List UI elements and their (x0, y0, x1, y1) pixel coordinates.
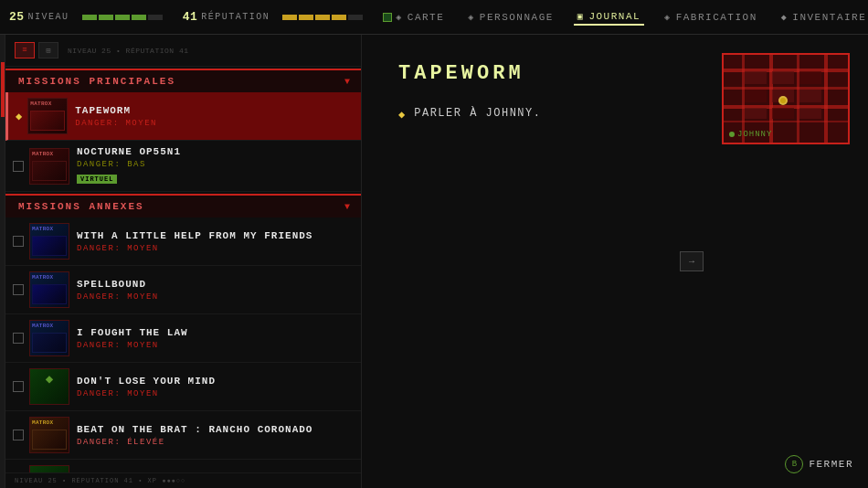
fabrication-icon: ◈ (664, 12, 672, 23)
scroll-thumb (1, 62, 5, 117)
svg-rect-9 (745, 71, 767, 84)
center-action-button[interactable]: → (680, 251, 704, 271)
mission-danger-spellbound: DANGER: MOYEN (77, 292, 354, 302)
mission-brat-glen[interactable]: ◆ BEAT ON THE BRAT : LE GLEN (5, 460, 361, 472)
svg-rect-12 (745, 90, 767, 102)
rep-label: RÉPUTATION (201, 12, 270, 22)
mission-info-nocturne: NOCTURNE OP55N1 DANGER: BAS VIRTUEL (77, 146, 354, 186)
mission-danger-nocturne: DANGER: BAS (77, 160, 354, 169)
mission-nocturne[interactable]: MATROX NOCTURNE OP55N1 DANGER: BAS VIRTU… (5, 141, 361, 192)
nav-fabrication-label: FABRICATION (676, 12, 757, 23)
thumb-logo-law: MATROX (30, 321, 69, 331)
sidebar-view-btn-1[interactable]: ≡ (15, 42, 35, 58)
thumb-brat-rancho: MATROX (29, 417, 69, 453)
mission-spellbound[interactable]: MATROX SPELLBOUND DANGER: MOYEN (5, 266, 361, 314)
rep-bars (282, 15, 363, 20)
mission-danger-tapeworm: DANGER: MOYEN (75, 119, 354, 128)
status-dot (383, 13, 392, 22)
thumb-img-spellbound: MATROX (30, 272, 69, 307)
mission-brat-rancho[interactable]: MATROX BEAT ON THE BRAT : RANCHO CORONAD… (5, 411, 361, 460)
thumb-law: MATROX (29, 320, 69, 356)
map-label: JOHNNY (729, 130, 772, 139)
nav-personnage-label: PERSONNAGE (480, 12, 554, 23)
mission-danger-brat-rancho: DANGER: ÉLEVÉE (77, 438, 354, 447)
level-label: NIVEAU (28, 12, 69, 22)
svg-rect-10 (772, 71, 794, 84)
map-content: JOHNNY (724, 55, 848, 143)
close-button[interactable]: B FERMER (785, 455, 853, 473)
nav-journal[interactable]: ▣ JOURNAL (574, 9, 644, 26)
mission-name-mind: DON'T LOSE YOUR MIND (77, 376, 354, 387)
sidebar-bottom: NIVEAU 25 • RÉPUTATION 41 • XP ●●●○○ (5, 472, 361, 488)
svg-rect-8 (824, 55, 828, 144)
rep-bar-segments (282, 15, 363, 20)
thumb-logo-brat-glen: ◆ (30, 466, 69, 472)
checkbox-mind (13, 381, 24, 392)
nav-inventaire[interactable]: ◆ INVENTAIRE (778, 10, 868, 25)
main-content: ≡ ⊞ NIVEAU 25 • RÉPUTATION 41 MISSIONS P… (0, 35, 868, 488)
level-bar-segments (82, 15, 163, 20)
mission-name-tapeworm: TAPEWORM (75, 105, 354, 116)
nav-carte[interactable]: ◈ CARTE (392, 10, 448, 25)
mission-law[interactable]: MATROX I FOUGHT THE LAW DANGER: MOYEN (5, 314, 361, 363)
level-stat: 25 NIVEAU (9, 10, 69, 24)
status-indicator (383, 13, 392, 22)
thumb-img-brat-glen: ◆ (30, 466, 69, 472)
map-thumbnail[interactable]: JOHNNY (722, 53, 850, 144)
thumb-art-law (32, 333, 67, 353)
nav-fabrication[interactable]: ◈ FABRICATION (661, 10, 761, 25)
navbar: 25 NIVEAU 41 RÉPUTATION ◈ CA (0, 0, 868, 35)
close-label: FERMER (809, 459, 853, 470)
sidebar-top: ≡ ⊞ NIVEAU 25 • RÉPUTATION 41 (5, 35, 361, 67)
close-circle-icon: B (785, 455, 803, 473)
list-icon: ≡ (22, 46, 26, 55)
main-missions-title: MISSIONS PRINCIPALES (18, 76, 175, 87)
missions-list: MISSIONS PRINCIPALES ▼ ◆ MATROX TAPEWORM… (5, 67, 361, 472)
side-missions-header[interactable]: MISSIONS ANNEXES ▼ (5, 194, 361, 217)
mission-info-law: I FOUGHT THE LAW DANGER: MOYEN (77, 327, 354, 350)
inventaire-icon: ◆ (781, 12, 789, 23)
mission-name-nocturne: NOCTURNE OP55N1 (77, 146, 354, 157)
grid-icon: ⊞ (46, 46, 50, 56)
mission-danger-friends: DANGER: MOYEN (77, 244, 354, 253)
mission-tapeworm[interactable]: ◆ MATROX TAPEWORM DANGER: MOYEN (5, 92, 361, 141)
sidebar-info-text: NIVEAU 25 • RÉPUTATION 41 (68, 47, 189, 55)
thumb-img-law: MATROX (30, 321, 69, 355)
detail-panel: TAPEWORM ◆ PARLER À JOHNNY. → (362, 35, 868, 488)
thumb-art-tapeworm (30, 111, 65, 131)
thumb-logo-tapeworm: MATROX (28, 99, 67, 109)
side-missions-title: MISSIONS ANNEXES (18, 201, 144, 212)
main-missions-chevron: ▼ (344, 77, 350, 87)
main-missions-header[interactable]: MISSIONS PRINCIPALES ▼ (5, 69, 361, 92)
nav-menu: ◈ CARTE ◈ PERSONNAGE ▣ JOURNAL ◈ FABRICA… (392, 9, 868, 26)
journal-icon: ▣ (577, 11, 585, 22)
mission-mind[interactable]: ◆ DON'T LOSE YOUR MIND DANGER: MOYEN (5, 363, 361, 411)
thumb-art-spellbound (32, 284, 67, 304)
thumb-mind: ◆ (29, 368, 69, 405)
center-btn-icon: → (689, 257, 694, 267)
svg-rect-11 (799, 71, 821, 84)
thumb-nocturne: MATROX (29, 148, 69, 185)
mission-name-friends: WITH A LITTLE HELP FROM MY FRIENDS (77, 230, 354, 241)
svg-rect-15 (745, 108, 767, 119)
mission-name-law: I FOUGHT THE LAW (77, 327, 354, 338)
nav-inventaire-label: INVENTAIRE (792, 12, 866, 23)
mission-info-friends: WITH A LITTLE HELP FROM MY FRIENDS DANGE… (77, 230, 354, 253)
nav-personnage[interactable]: ◈ PERSONNAGE (464, 10, 557, 25)
mission-info-mind: DON'T LOSE YOUR MIND DANGER: MOYEN (77, 376, 354, 398)
map-dot (729, 132, 735, 137)
checkbox-spellbound (13, 284, 24, 295)
mission-badge-nocturne: VIRTUEL (77, 175, 117, 184)
checkbox-friends (13, 236, 24, 247)
mission-danger-law: DANGER: MOYEN (77, 341, 354, 350)
thumb-friends: MATROX (29, 223, 69, 260)
rep-value: 41 (183, 10, 198, 24)
thumb-logo-spellbound: MATROX (30, 272, 69, 282)
mission-friends[interactable]: MATROX WITH A LITTLE HELP FROM MY FRIEND… (5, 217, 361, 266)
mission-danger-mind: DANGER: MOYEN (77, 389, 354, 398)
nav-journal-label: JOURNAL (588, 11, 640, 22)
thumb-tapeworm: MATROX (27, 98, 68, 134)
nav-carte-label: CARTE (408, 12, 445, 23)
sidebar-view-btn-2[interactable]: ⊞ (38, 42, 58, 58)
thumb-img-nocturne: MATROX (30, 149, 69, 184)
